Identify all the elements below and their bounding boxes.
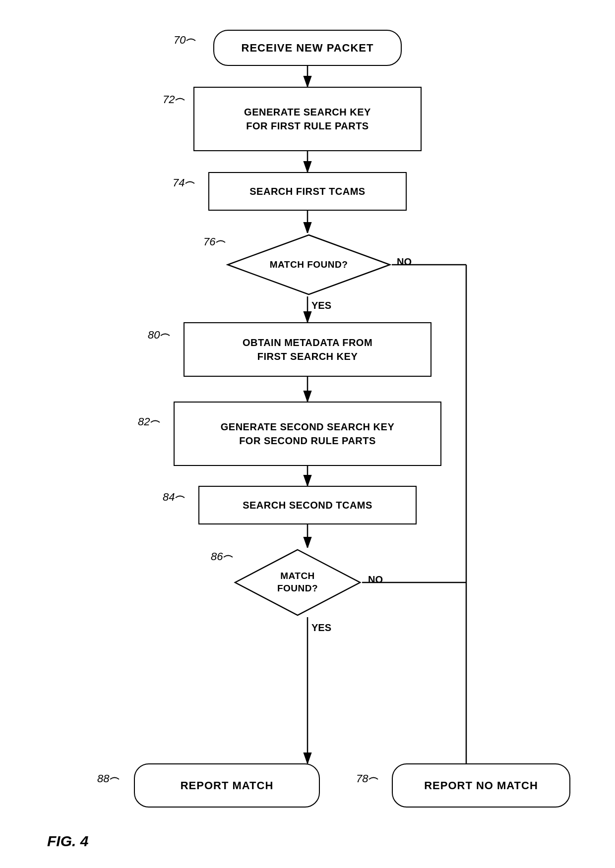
ref-82: 82 [138, 415, 161, 428]
yes-label-1: YES [311, 300, 331, 311]
node-search-first-tcams: SEARCH FIRST TCAMS [208, 172, 407, 211]
node-report-no-match: REPORT NO MATCH [392, 763, 570, 808]
node-generate-search-key-first: GENERATE SEARCH KEYFOR FIRST RULE PARTS [193, 87, 422, 151]
ref-80: 80 [148, 329, 171, 342]
node-match-found-2: MATCHFOUND? [233, 548, 362, 617]
ref-78: 78 [356, 772, 379, 785]
node-search-second-tcams: SEARCH SECOND TCAMS [198, 486, 417, 524]
no-label-2: NO [368, 574, 383, 585]
node-match-found-1: MATCH FOUND? [226, 233, 392, 296]
ref-74: 74 [173, 176, 195, 189]
yes-label-2: YES [311, 622, 331, 634]
node-generate-search-key-second: GENERATE SECOND SEARCH KEYFOR SECOND RUL… [174, 402, 441, 466]
no-label-1: NO [397, 256, 412, 268]
node-obtain-metadata: OBTAIN METADATA FROMFIRST SEARCH KEY [184, 322, 431, 377]
ref-84: 84 [163, 491, 185, 504]
ref-70: 70 [174, 34, 196, 47]
node-receive-new-packet: RECEIVE NEW PACKET [213, 30, 402, 66]
ref-72: 72 [163, 93, 185, 106]
node-report-match: REPORT MATCH [134, 763, 320, 808]
ref-76: 76 [203, 235, 226, 248]
ref-88: 88 [97, 772, 120, 785]
ref-86: 86 [211, 550, 234, 563]
diagram-container: RECEIVE NEW PACKET 70 GENERATE SEARCH KE… [0, 0, 615, 868]
figure-label: FIG. 4 [47, 833, 88, 850]
